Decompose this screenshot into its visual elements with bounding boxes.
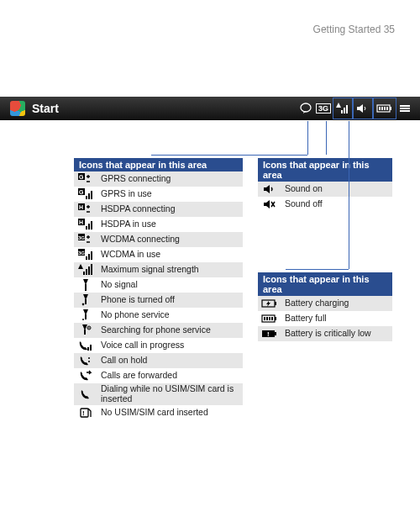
sound-icons-section: Icons that appear in this area Sound on … bbox=[258, 158, 392, 212]
svg-rect-8 bbox=[384, 107, 386, 110]
wcdma-connecting-icon: 3G bbox=[74, 232, 97, 247]
signal-area-highlight bbox=[333, 98, 353, 119]
svg-rect-56 bbox=[266, 317, 268, 320]
svg-text:!: ! bbox=[267, 330, 270, 338]
section-title: Icons that appear in this area bbox=[258, 158, 392, 182]
sound-on-icon bbox=[258, 182, 281, 197]
no-sim-icon: ! bbox=[74, 405, 97, 420]
signal-icons-section: Icons that appear in this area G GPRS co… bbox=[74, 158, 243, 420]
svg-rect-40 bbox=[85, 314, 87, 319]
leader-line bbox=[307, 121, 308, 155]
list-item-label: Call on hold bbox=[97, 356, 243, 366]
svg-point-41 bbox=[82, 319, 84, 320]
svg-rect-18 bbox=[88, 193, 90, 199]
list-item: No signal bbox=[74, 277, 243, 293]
3g-badge: 3G bbox=[316, 103, 331, 113]
list-item: Battery full bbox=[258, 311, 392, 326]
phone-off-icon bbox=[74, 293, 97, 308]
start-label: Start bbox=[32, 102, 59, 115]
list-item-label: Sound off bbox=[281, 199, 392, 209]
svg-rect-19 bbox=[91, 191, 92, 199]
leader-line bbox=[286, 269, 349, 270]
list-item-label: HSDPA in use bbox=[97, 219, 243, 229]
list-item-label: Calls are forwarded bbox=[97, 371, 243, 381]
battery-charging-icon bbox=[258, 296, 281, 311]
svg-text:3G: 3G bbox=[78, 235, 85, 240]
leader-line bbox=[326, 121, 327, 155]
list-item: Battery charging bbox=[258, 296, 392, 311]
svg-point-48 bbox=[88, 361, 90, 362]
list-item: Calls are forwarded bbox=[74, 368, 243, 383]
list-item-label: Voice call in progress bbox=[97, 340, 243, 351]
svg-rect-17 bbox=[86, 196, 87, 199]
no-signal-icon bbox=[74, 277, 97, 293]
svg-text:H: H bbox=[79, 204, 83, 210]
list-item-label: Battery full bbox=[281, 314, 392, 324]
svg-rect-6 bbox=[379, 107, 381, 110]
section-title: Icons that appear in this area bbox=[258, 272, 392, 296]
svg-rect-5 bbox=[390, 107, 391, 110]
list-item: Sound off bbox=[258, 197, 392, 212]
svg-rect-12 bbox=[400, 110, 410, 112]
svg-rect-36 bbox=[88, 266, 90, 275]
list-item-label: Sound on bbox=[281, 184, 392, 194]
list-item: 3G WCDMA in use bbox=[74, 247, 243, 262]
page-header: Getting Started 35 bbox=[313, 24, 395, 35]
svg-text:!: ! bbox=[82, 409, 85, 417]
menu-icon bbox=[398, 103, 412, 114]
gprs-connecting-icon: G bbox=[74, 171, 97, 187]
list-item: Phone is turned off bbox=[74, 293, 243, 308]
chat-bubble-icon bbox=[299, 103, 312, 114]
list-item-label: No phone service bbox=[97, 310, 243, 320]
call-on-hold-icon bbox=[74, 353, 97, 368]
no-phone-service-icon bbox=[74, 308, 97, 323]
svg-rect-57 bbox=[269, 317, 270, 320]
list-item-label: Battery charging bbox=[281, 298, 392, 309]
svg-rect-45 bbox=[87, 347, 89, 351]
sound-area-highlight bbox=[353, 98, 373, 119]
svg-rect-26 bbox=[91, 221, 92, 229]
svg-rect-11 bbox=[400, 108, 410, 109]
battery-icons-section: Icons that appear in this area Battery c… bbox=[258, 272, 392, 341]
svg-rect-2 bbox=[344, 108, 345, 113]
list-item-label: WCDMA in use bbox=[97, 250, 243, 260]
list-item: H HSDPA in use bbox=[74, 217, 243, 232]
list-item-label: Maximum signal strength bbox=[97, 265, 243, 275]
wcdma-in-use-icon: 3G bbox=[74, 247, 97, 262]
speaker-icon bbox=[356, 103, 370, 114]
svg-rect-25 bbox=[88, 224, 90, 229]
list-item: Maximum signal strength bbox=[74, 262, 243, 277]
list-item-label: Battery is critically low bbox=[281, 329, 392, 339]
list-item-label: Phone is turned off bbox=[97, 295, 243, 305]
list-item: Voice call in progress bbox=[74, 338, 243, 353]
max-signal-icon bbox=[74, 262, 97, 277]
list-item: ! No USIM/SIM card inserted bbox=[74, 405, 243, 420]
svg-rect-35 bbox=[86, 269, 87, 275]
battery-full-icon bbox=[258, 311, 281, 326]
voice-call-icon bbox=[74, 338, 97, 353]
svg-rect-7 bbox=[381, 107, 383, 110]
svg-text:G: G bbox=[79, 189, 84, 195]
svg-rect-32 bbox=[88, 254, 90, 260]
leader-line bbox=[151, 155, 307, 156]
leader-line bbox=[349, 121, 349, 269]
svg-rect-3 bbox=[346, 105, 348, 113]
start-bar: Start 3G bbox=[0, 97, 420, 120]
svg-rect-52 bbox=[275, 302, 276, 305]
battery-icon bbox=[376, 103, 393, 113]
svg-rect-42 bbox=[84, 330, 86, 335]
list-item-label: No USIM/SIM card inserted bbox=[97, 408, 243, 418]
battery-area-highlight bbox=[373, 98, 396, 119]
gprs-in-use-icon: G bbox=[74, 187, 97, 202]
section-title: Icons that appear in this area bbox=[74, 158, 243, 171]
battery-low-icon: ! bbox=[258, 326, 281, 341]
svg-rect-54 bbox=[275, 317, 276, 320]
list-item-label: No signal bbox=[97, 280, 243, 290]
sound-off-icon bbox=[258, 197, 281, 212]
list-item: Sound on bbox=[258, 182, 392, 197]
svg-rect-37 bbox=[91, 264, 92, 275]
hsdpa-in-use-icon: H bbox=[74, 217, 97, 232]
list-item-label: Dialing while no USIM/SIM card is insert… bbox=[97, 384, 243, 404]
svg-rect-34 bbox=[83, 272, 85, 275]
dialing-no-sim-icon bbox=[74, 387, 97, 402]
